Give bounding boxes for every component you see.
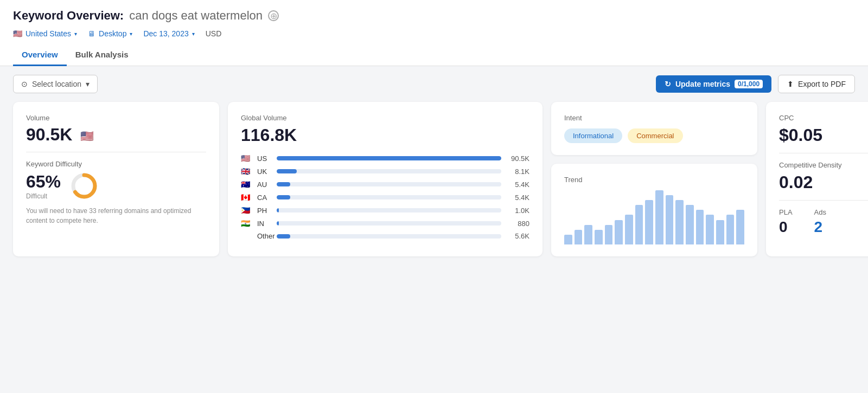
ads-label: Ads (814, 208, 826, 216)
export-icon: ⬆ (787, 80, 794, 88)
country-row: 🇦🇺 AU 5.4K (241, 180, 529, 189)
comp-density-value: 0.02 (779, 172, 868, 192)
country-bar-bg (277, 195, 501, 199)
trend-bar (686, 205, 694, 244)
add-keyword-icon[interactable]: ⊕ (268, 10, 279, 21)
country-row: 🇵🇭 PH 1.0K (241, 206, 529, 215)
country-code: UK (257, 167, 272, 176)
pla-value: 0 (779, 218, 793, 236)
ads-item: Ads 2 (814, 208, 826, 236)
intent-card: Intent Informational Commercial (551, 102, 757, 155)
location-select-chevron-icon: ▾ (86, 80, 90, 88)
country-row: Other 5.6K (241, 232, 529, 240)
country-volume: 90.5K (506, 154, 529, 163)
controls-right: ↻ Update metrics 0/1,000 ⬆ Export to PDF (656, 75, 855, 93)
country-bar-fill (277, 221, 279, 226)
device-label: Desktop (99, 29, 126, 38)
trend-bar (645, 200, 653, 244)
main-cards-grid: Volume 90.5K 🇺🇸 Keyword Difficulty 65% D… (0, 102, 868, 269)
trend-bar (615, 220, 623, 244)
location-label: United States (25, 29, 71, 38)
device-filter[interactable]: 🖥 Desktop ▾ (88, 29, 132, 38)
country-bar-bg (277, 156, 501, 160)
tab-overview[interactable]: Overview (13, 44, 67, 66)
country-code: PH (257, 207, 272, 215)
country-code: US (257, 154, 272, 163)
trend-bar (666, 195, 674, 244)
country-volume: 5.4K (506, 194, 529, 202)
controls-bar: ⊙ Select location ▾ ↻ Update metrics 0/1… (0, 66, 868, 102)
intent-trend-column: Intent Informational Commercial Trend (551, 102, 757, 256)
tab-bulk-analysis[interactable]: Bulk Analysis (67, 44, 137, 66)
country-volume: 880 (506, 220, 529, 228)
ads-value: 2 (814, 218, 826, 236)
badge-informational: Informational (564, 128, 622, 143)
country-bar-fill (277, 195, 290, 199)
pla-label: PLA (779, 208, 793, 216)
comp-density-label: Competitive Density (779, 161, 868, 169)
country-flag: 🇨🇦 (241, 193, 253, 202)
page-title-prefix: Keyword Overview: (13, 9, 124, 23)
country-volume: 1.0K (506, 207, 529, 215)
trend-bar (706, 215, 714, 244)
volume-card: Volume 90.5K 🇺🇸 Keyword Difficulty 65% D… (13, 102, 219, 256)
referring-text: You will need to have 33 referring domai… (26, 206, 206, 226)
monitor-icon: 🖥 (88, 29, 95, 38)
update-metrics-button[interactable]: ↻ Update metrics 0/1,000 (656, 75, 771, 93)
location-chevron-icon: ▾ (74, 31, 77, 37)
country-bar-fill (277, 208, 279, 212)
trend-bar (716, 220, 724, 244)
date-filter[interactable]: Dec 13, 2023 ▾ (143, 29, 194, 38)
badge-commercial: Commercial (628, 128, 682, 143)
location-pin-icon: ⊙ (21, 80, 28, 88)
date-chevron-icon: ▾ (192, 31, 195, 37)
country-row: 🇨🇦 CA 5.4K (241, 193, 529, 202)
export-pdf-button[interactable]: ⬆ Export to PDF (778, 75, 855, 93)
cpc-card: CPC $0.05 Competitive Density 0.02 PLA 0… (766, 102, 868, 256)
cpc-label: CPC (779, 114, 868, 122)
trend-card: Trend (551, 164, 757, 256)
update-metrics-label: Update metrics (675, 80, 730, 88)
volume-flag: 🇺🇸 (80, 130, 94, 142)
difficulty-value: 65% (26, 172, 61, 191)
pla-item: PLA 0 (779, 208, 793, 236)
currency-label: USD (206, 29, 222, 38)
pla-ads-row: PLA 0 Ads 2 (779, 208, 868, 236)
location-filter[interactable]: 🇺🇸 United States ▾ (13, 29, 77, 38)
export-label: Export to PDF (798, 80, 846, 88)
us-flag: 🇺🇸 (13, 29, 22, 38)
volume-value: 90.5K 🇺🇸 (26, 125, 206, 144)
country-bar-fill (277, 182, 290, 186)
country-row: 🇺🇸 US 90.5K (241, 154, 529, 163)
country-bar-bg (277, 208, 501, 212)
trend-bar (605, 225, 613, 244)
country-volume: 5.4K (506, 181, 529, 189)
trend-bar (625, 215, 633, 244)
country-volume: 5.6K (506, 232, 529, 240)
trend-label: Trend (564, 176, 744, 184)
location-select[interactable]: ⊙ Select location ▾ (13, 75, 98, 93)
global-volume-label: Global Volume (241, 114, 529, 122)
trend-bar (736, 210, 744, 244)
country-flag: 🇦🇺 (241, 180, 253, 189)
intent-label: Intent (564, 114, 744, 122)
difficulty-donut (69, 171, 99, 201)
intent-badges: Informational Commercial (564, 128, 744, 143)
country-bar-fill (277, 156, 501, 160)
country-bar-fill (277, 234, 290, 239)
trend-bar (635, 205, 643, 244)
country-volume: 8.1K (506, 167, 529, 176)
location-select-label: Select location (32, 80, 81, 88)
country-row: 🇮🇳 IN 880 (241, 219, 529, 228)
difficulty-rating: Difficult (26, 192, 61, 200)
trend-bar (675, 200, 684, 244)
trend-bar (564, 235, 572, 244)
keyword-difficulty-label: Keyword Difficulty (26, 160, 206, 168)
country-bar-bg (277, 234, 501, 239)
trend-bar (655, 190, 663, 244)
device-chevron-icon: ▾ (130, 31, 132, 37)
date-label: Dec 13, 2023 (143, 29, 188, 38)
country-bar-bg (277, 169, 501, 173)
country-row: 🇬🇧 UK 8.1K (241, 167, 529, 176)
trend-bar (595, 230, 603, 244)
